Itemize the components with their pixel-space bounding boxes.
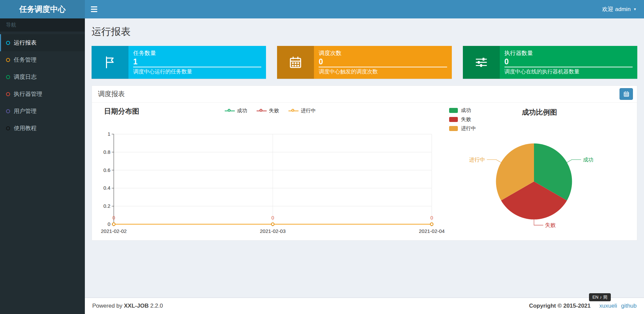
- date-range-button[interactable]: [620, 88, 633, 100]
- info-box-value: 0: [504, 58, 633, 66]
- panel-body: 日期分布图 成功失败进行中 00.20.40.60.812021-02-0220…: [92, 103, 637, 240]
- panel-header: 调度报表: [92, 86, 637, 103]
- product-name: XXL-JOB: [124, 303, 149, 309]
- hamburger-icon: [91, 6, 97, 7]
- circle-o-icon: [6, 75, 10, 79]
- footer-link-xuxueli[interactable]: xuxueli: [599, 303, 617, 309]
- circle-o-icon: [6, 41, 10, 45]
- pie-label-1: 失败: [545, 222, 556, 228]
- info-box-value: 1: [133, 58, 261, 66]
- info-box-description: 调度中心在线的执行器机器数量: [504, 68, 633, 75]
- line-chart-shape: [271, 223, 274, 226]
- sidebar-item-job-manage[interactable]: 任务管理: [0, 51, 85, 68]
- pie-legend-swatch-icon: [449, 108, 458, 113]
- sidebar-item-label: 使用教程: [14, 124, 37, 132]
- sidebar-toggle-button[interactable]: [85, 0, 103, 18]
- sidebar-item-label: 用户管理: [14, 107, 37, 115]
- info-box-title: 任务数量: [133, 49, 261, 57]
- line-chart-shape: 0.6: [103, 167, 110, 173]
- pie-legend-label: 成功: [461, 107, 471, 114]
- info-box-trigger-count: 调度次数0调度中心触发的调度次数: [277, 46, 451, 79]
- sliders-icon: [474, 55, 488, 69]
- info-box-description: 调度中心运行的任务数量: [133, 68, 261, 75]
- line-legend-item[interactable]: 进行中: [288, 108, 316, 114]
- success-ratio-chart: 成功失败进行中 成功比例图 成功失败进行中: [445, 107, 634, 238]
- main-content: 运行报表 任务数量1调度中心运行的任务数量调度次数0调度中心触发的调度次数执行器…: [85, 18, 644, 298]
- line-chart-legend: 成功失败进行中: [225, 108, 316, 114]
- pie-chart-title: 成功比例图: [522, 108, 557, 117]
- ime-language-indicator[interactable]: EN ♪ 简: [589, 293, 611, 301]
- pie-label-2: 进行中: [469, 157, 485, 163]
- sidebar-item-job-log[interactable]: 调度日志: [0, 68, 85, 85]
- sidebar-item-label: 运行报表: [14, 39, 37, 47]
- line-chart-shape: 2021-02-03: [260, 228, 286, 234]
- caret-down-icon: ▼: [633, 8, 637, 11]
- circle-o-icon: [6, 58, 10, 62]
- line-chart-shape: 2021-02-02: [101, 228, 127, 234]
- app-logo[interactable]: 任务调度中心: [0, 0, 85, 18]
- line-legend-marker-icon: [288, 109, 299, 113]
- app-logo-text: 任务调度中心: [19, 4, 66, 14]
- line-chart-canvas: 00.20.40.60.812021-02-022021-02-032021-0…: [95, 117, 445, 238]
- pie-legend-label: 进行中: [461, 125, 476, 132]
- info-box-value: 0: [319, 58, 447, 66]
- info-box-icon-area: [92, 46, 128, 79]
- pie-chart-shape: [567, 160, 581, 162]
- line-legend-label: 进行中: [301, 108, 316, 114]
- pie-legend-item[interactable]: 失败: [449, 116, 476, 123]
- info-box-content: 任务数量1调度中心运行的任务数量: [128, 46, 266, 79]
- line-legend-marker-icon: [225, 109, 235, 113]
- point-value-label: 0: [430, 215, 433, 221]
- sidebar-item-run-report[interactable]: 运行报表: [0, 34, 85, 51]
- product-version: 2.2.0: [150, 303, 163, 309]
- pie-legend-swatch-icon: [449, 126, 458, 131]
- pie-legend-item[interactable]: 进行中: [449, 125, 476, 132]
- info-box-content: 执行器数量0调度中心在线的执行器机器数量: [500, 46, 637, 79]
- footer-links: xuxueligithub: [595, 303, 637, 309]
- calendar-icon: [623, 91, 630, 97]
- powered-by-text: Powered by XXL-JOB 2.2.0: [92, 303, 163, 309]
- pie-legend-label: 失败: [461, 116, 471, 123]
- footer: Powered by XXL-JOB 2.2.0 Copyright © 201…: [85, 298, 644, 314]
- sidebar-item-label: 调度日志: [14, 73, 37, 81]
- user-dropdown[interactable]: 欢迎 admin ▼: [595, 0, 644, 18]
- line-legend-label: 失败: [269, 108, 279, 114]
- info-box-title: 执行器数量: [504, 49, 633, 57]
- line-legend-item[interactable]: 失败: [257, 108, 279, 114]
- point-value-label: 0: [271, 215, 274, 221]
- line-legend-label: 成功: [237, 108, 247, 114]
- line-chart-shape: 2021-02-04: [419, 228, 445, 234]
- line-legend-marker-icon: [257, 109, 267, 113]
- calendar-icon: [288, 55, 303, 69]
- panel-title: 调度报表: [98, 89, 125, 99]
- info-box-title: 调度次数: [319, 49, 447, 57]
- page-title: 运行报表: [92, 25, 637, 39]
- sidebar-section-label: 导航: [0, 18, 85, 32]
- pie-chart-shape: [534, 219, 543, 225]
- sidebar-item-executor-manage[interactable]: 执行器管理: [0, 85, 85, 103]
- line-chart-shape: [430, 223, 433, 226]
- line-legend-item[interactable]: 成功: [225, 108, 247, 114]
- info-box-progress: [133, 67, 261, 67]
- pie-chart-canvas: 成功失败进行中: [445, 119, 634, 237]
- copyright-text: Copyright © 2015-2021: [529, 303, 591, 309]
- line-chart-shape: 0.4: [103, 185, 110, 191]
- powered-by-prefix: Powered by: [92, 303, 122, 309]
- sidebar-item-user-manage[interactable]: 用户管理: [0, 103, 85, 120]
- pie-label-0: 成功: [583, 157, 594, 163]
- summary-info-boxes: 任务数量1调度中心运行的任务数量调度次数0调度中心触发的调度次数执行器数量0调度…: [92, 46, 637, 79]
- line-chart-shape: 0.2: [103, 203, 110, 209]
- top-navbar: 任务调度中心 欢迎 admin ▼: [0, 0, 644, 18]
- info-box-description: 调度中心触发的调度次数: [319, 68, 447, 75]
- footer-link-github[interactable]: github: [621, 303, 637, 309]
- sidebar: 导航 运行报表任务管理调度日志执行器管理用户管理使用教程: [0, 18, 85, 314]
- sidebar-item-help[interactable]: 使用教程: [0, 120, 85, 137]
- circle-o-icon: [6, 126, 10, 130]
- sidebar-item-label: 任务管理: [14, 56, 37, 64]
- pie-legend-item[interactable]: 成功: [449, 107, 476, 114]
- line-chart-shape: 0.8: [103, 149, 110, 155]
- sidebar-menu: 运行报表任务管理调度日志执行器管理用户管理使用教程: [0, 32, 85, 137]
- navbar-rest: 欢迎 admin ▼: [85, 0, 644, 18]
- circle-o-icon: [6, 109, 10, 113]
- copyright-area: Copyright © 2015-2021 xuxueligithub: [529, 303, 637, 309]
